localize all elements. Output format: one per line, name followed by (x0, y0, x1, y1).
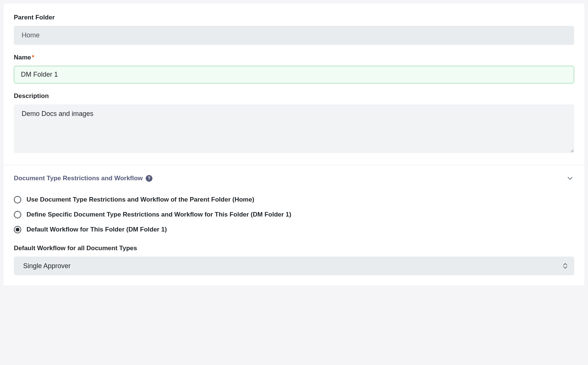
name-input[interactable] (14, 66, 574, 83)
workflow-radio-specific[interactable] (14, 211, 21, 218)
workflow-section: Document Type Restrictions and Workflow … (3, 165, 585, 286)
chevron-down-icon[interactable] (566, 174, 574, 182)
workflow-option-default-label: Default Workflow for This Folder (DM Fol… (27, 226, 167, 233)
workflow-section-title: Document Type Restrictions and Workflow (14, 175, 143, 182)
description-group: Description Demo Docs and images (14, 92, 574, 154)
default-workflow-select-wrap: Single Approver (14, 257, 574, 275)
workflow-option-specific-label: Define Specific Document Type Restrictio… (27, 211, 291, 218)
workflow-option-default[interactable]: Default Workflow for This Folder (DM Fol… (14, 226, 574, 233)
name-group: Name* (14, 54, 574, 83)
workflow-title-wrap: Document Type Restrictions and Workflow … (14, 175, 152, 182)
default-workflow-select[interactable]: Single Approver (14, 257, 574, 275)
workflow-radio-default[interactable] (14, 226, 21, 233)
default-workflow-label: Default Workflow for all Document Types (14, 245, 574, 252)
basic-info-section: Parent Folder Home Name* Description Dem… (3, 3, 585, 165)
folder-settings-card: Parent Folder Home Name* Description Dem… (3, 3, 585, 286)
description-label: Description (14, 92, 574, 100)
workflow-section-header[interactable]: Document Type Restrictions and Workflow … (14, 174, 574, 182)
workflow-radio-inherit[interactable] (14, 196, 21, 203)
help-icon[interactable]: ? (146, 175, 152, 182)
name-label: Name* (14, 54, 574, 61)
workflow-radio-group: Use Document Type Restrictions and Workf… (14, 196, 574, 233)
parent-folder-group: Parent Folder Home (14, 14, 574, 45)
workflow-option-inherit-label: Use Document Type Restrictions and Workf… (27, 196, 254, 203)
name-label-text: Name (14, 54, 31, 61)
required-asterisk: * (32, 54, 34, 61)
parent-folder-label: Parent Folder (14, 14, 574, 21)
description-textarea[interactable]: Demo Docs and images (14, 104, 574, 153)
workflow-option-specific[interactable]: Define Specific Document Type Restrictio… (14, 211, 574, 218)
workflow-option-inherit[interactable]: Use Document Type Restrictions and Workf… (14, 196, 574, 203)
parent-folder-value: Home (14, 26, 574, 45)
